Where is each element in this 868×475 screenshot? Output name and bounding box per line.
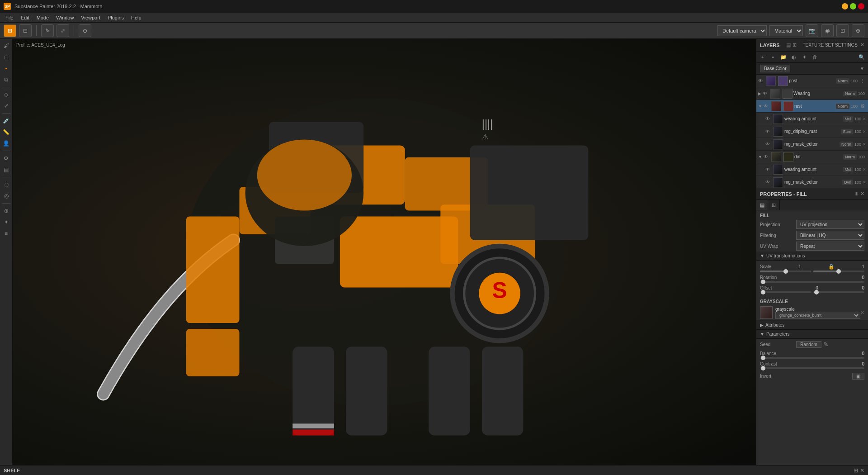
menu-window[interactable]: Window: [52, 14, 77, 21]
invert-button[interactable]: ▣: [852, 373, 864, 380]
properties-close-icon[interactable]: ⊕: [854, 191, 859, 197]
paint-brush-btn[interactable]: 🖌: [1, 41, 11, 51]
menu-viewport[interactable]: Viewport: [77, 14, 104, 21]
menu-file[interactable]: File: [2, 14, 17, 21]
mode-button-3d[interactable]: ⊞: [4, 24, 16, 37]
smudge-btn[interactable]: ◌: [1, 180, 11, 190]
delete-layer-btn[interactable]: 🗑: [810, 52, 819, 62]
layer-visibility-toggle[interactable]: 👁: [765, 142, 772, 147]
shelf-expand-icon[interactable]: ⊞: [854, 467, 858, 474]
contrast-thumb[interactable]: [761, 366, 765, 370]
env-btn[interactable]: ◉: [821, 24, 834, 37]
layer-extra-icon[interactable]: ⋮: [859, 77, 866, 85]
layer-row[interactable]: 👁 post Norm 100 ⋮: [756, 75, 868, 87]
attributes-toggle[interactable]: ▶ Attributes: [756, 321, 868, 330]
offset-thumb-y[interactable]: [814, 290, 819, 294]
layers-lt-btn[interactable]: ▤: [1, 165, 11, 175]
viewport[interactable]: S |||| ⚠ Profile: ACES_UE4_Log: [13, 39, 756, 465]
add-mask-btn[interactable]: ◐: [789, 52, 798, 62]
layer-chain-icon[interactable]: ⛓: [859, 103, 866, 110]
seed-edit-icon[interactable]: ✎: [823, 341, 829, 348]
properties-close-btn[interactable]: ✕: [860, 191, 864, 197]
menu-mode[interactable]: Mode: [33, 14, 53, 21]
layer-delete-icon[interactable]: ✕: [863, 129, 866, 134]
layer-visibility-toggle[interactable]: 👁: [765, 116, 772, 121]
select-btn[interactable]: ◇: [1, 90, 11, 100]
layer-row[interactable]: 👁 mg_mask_editor Ovrl 100 ✕: [756, 176, 868, 188]
brush-tool[interactable]: ✎: [41, 24, 54, 37]
scale-thumb-left[interactable]: [783, 269, 788, 274]
layer-list[interactable]: 👁 post Norm 100 ⋮ ▶ 👁 Wearing Norm 100 ▼: [756, 75, 868, 188]
layer-delete-icon[interactable]: ✕: [863, 117, 866, 121]
menu-help[interactable]: Help: [127, 14, 145, 21]
camera-btn[interactable]: 📷: [806, 24, 818, 37]
layer-expand-btn[interactable]: ▼: [758, 155, 762, 159]
maximize-button[interactable]: [850, 3, 856, 10]
clone-btn[interactable]: ⧉: [1, 75, 11, 85]
layer-visibility-toggle[interactable]: 👁: [765, 167, 772, 172]
offset-slider-y[interactable]: [813, 291, 865, 293]
measure-btn[interactable]: 📏: [1, 127, 11, 137]
particle-btn[interactable]: ✦: [1, 217, 11, 227]
shelf-close-icon[interactable]: ✕: [860, 467, 864, 474]
rotation-slider[interactable]: [760, 281, 864, 283]
layers-icon[interactable]: ▤: [786, 42, 791, 48]
layer-row[interactable]: 👁 wearing amount Mul 100 ✕: [756, 113, 868, 125]
reset-camera-btn[interactable]: ⊙: [79, 24, 91, 37]
transform-lt-btn[interactable]: ⤢: [1, 101, 11, 111]
layer-row[interactable]: ▼ 👁 dirt Norm 100: [756, 151, 868, 163]
blur-lt-btn[interactable]: ◎: [1, 191, 11, 201]
add-folder-btn[interactable]: 📁: [779, 52, 788, 62]
layer-delete-icon[interactable]: ✕: [863, 167, 866, 172]
fill-btn[interactable]: ▪: [1, 63, 11, 73]
layer-expand-btn[interactable]: ▶: [758, 91, 761, 96]
screenshot-btn[interactable]: ⊡: [836, 24, 849, 37]
layer-row[interactable]: 👁 wearing amount Mul 100 ✕: [756, 163, 868, 176]
layer-row[interactable]: ▶ 👁 Wearing Norm 100: [756, 87, 868, 100]
balance-thumb[interactable]: [761, 356, 765, 360]
offset-slider-x[interactable]: [760, 291, 811, 293]
rotation-thumb[interactable]: [761, 280, 765, 284]
lock-icon[interactable]: 🔒: [828, 264, 835, 270]
texture-set-icon[interactable]: ⊞: [793, 42, 797, 48]
mode-button-2d[interactable]: ⊟: [19, 24, 32, 37]
add-paint-layer-btn[interactable]: +: [758, 52, 767, 62]
anchor-btn[interactable]: ⊕: [1, 206, 11, 216]
uv-transformations-toggle[interactable]: ▼ UV transformations: [756, 252, 868, 261]
layer-visibility-toggle[interactable]: 👁: [764, 104, 770, 109]
extra-btn[interactable]: ≡: [1, 228, 11, 238]
eraser-btn[interactable]: ◻: [1, 52, 11, 62]
layer-visibility-toggle[interactable]: 👁: [758, 78, 764, 83]
eyedropper-btn[interactable]: 💉: [1, 116, 11, 126]
add-fill-layer-btn[interactable]: ▪: [769, 52, 778, 62]
menu-edit[interactable]: Edit: [17, 14, 33, 21]
projection-select[interactable]: UV projection: [796, 220, 864, 229]
balance-slider[interactable]: [760, 357, 864, 359]
layer-row[interactable]: 👁 mg_driping_rust Scrn 100 ✕: [756, 125, 868, 138]
layer-delete-icon[interactable]: ✕: [863, 180, 866, 185]
random-button[interactable]: Random: [796, 341, 821, 348]
texture-set-settings-tab[interactable]: TEXTURE SET SETTINGS: [803, 43, 858, 48]
layer-visibility-toggle[interactable]: 👁: [764, 154, 770, 159]
scale-slider-right[interactable]: [813, 271, 865, 272]
props-tab-texture[interactable]: ⊞: [768, 200, 780, 210]
props-tab-material[interactable]: ▤: [756, 200, 768, 210]
camera-select[interactable]: Default camera: [717, 25, 767, 36]
grayscale-texture-select[interactable]: grunge_concrete_burnt: [775, 312, 860, 319]
layer-search-btn[interactable]: 🔍: [857, 52, 866, 62]
record-btn[interactable]: ⊕: [852, 24, 864, 37]
menu-plugins[interactable]: Plugins: [104, 14, 127, 21]
contrast-slider[interactable]: [760, 367, 864, 369]
layer-row[interactable]: ▼ 👁 rust Norm 100 ⛓: [756, 100, 868, 113]
layer-visibility-toggle[interactable]: 👁: [765, 129, 772, 134]
add-effect-btn[interactable]: ✦: [800, 52, 809, 62]
render-mode-select[interactable]: Material: [769, 25, 803, 36]
user-btn[interactable]: 👤: [1, 138, 11, 148]
minimize-button[interactable]: [842, 3, 848, 10]
layer-row[interactable]: 👁 mg_mask_editor Norm 100 ✕: [756, 138, 868, 151]
layer-visibility-toggle[interactable]: 👁: [763, 91, 769, 96]
close-button[interactable]: [858, 3, 864, 10]
offset-thumb-x[interactable]: [761, 290, 765, 294]
parameters-toggle[interactable]: ▼ Parameters: [756, 330, 868, 339]
layer-delete-icon[interactable]: ✕: [863, 142, 866, 147]
